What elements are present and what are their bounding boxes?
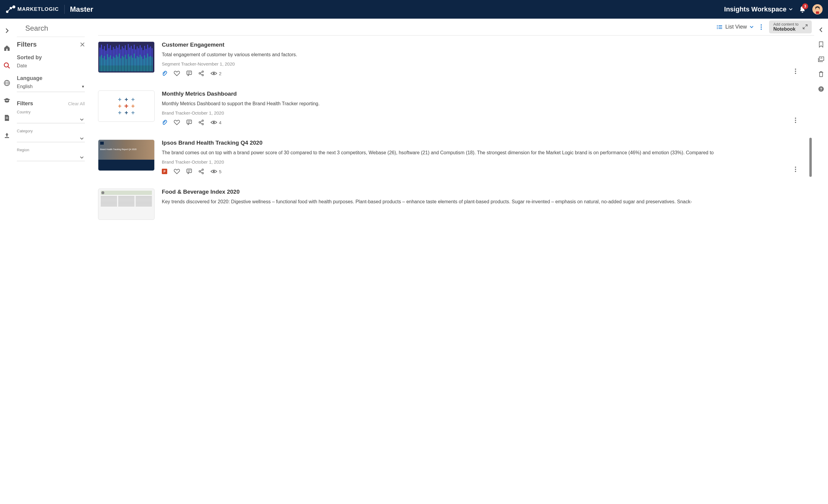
language-select[interactable]: English ▼ [17,84,85,92]
filter-select[interactable] [17,116,85,123]
nav-search[interactable] [3,62,10,69]
result-thumbnail[interactable] [98,42,155,73]
divider [17,37,85,37]
svg-rect-81 [129,56,130,71]
app-name[interactable]: Master [70,5,93,13]
svg-rect-74 [119,53,120,71]
filter-select[interactable] [17,154,85,161]
notification-badge: 3 [802,3,808,9]
svg-rect-92 [146,58,147,72]
expand-rail-button[interactable] [3,27,10,34]
svg-point-131 [795,169,796,170]
svg-point-105 [213,73,215,74]
workspace-dropdown[interactable]: Insights Workspace [724,5,792,13]
result-more-button[interactable] [795,69,796,74]
svg-text:?: ? [820,87,822,91]
right-nav-collections[interactable] [818,56,824,62]
view-toggle[interactable]: List View [717,24,753,30]
svg-point-107 [795,71,796,72]
svg-rect-20 [718,28,722,29]
list-view-icon [717,25,722,29]
share-button[interactable] [199,169,204,174]
result-more-button[interactable] [795,167,796,172]
share-icon [199,120,204,125]
paperclip-icon [162,120,167,125]
result-card: Customer Engagement Total engagement of … [98,42,796,76]
svg-rect-77 [123,57,124,71]
result-thumbnail[interactable]: Brand Health Tracking Report Q4 2020 [98,139,155,171]
nav-home[interactable] [3,44,10,52]
comment-button[interactable] [187,169,192,174]
results-toolbar: List View Add content to Notebook [98,18,814,36]
filters-sub-heading: Filters [17,100,33,107]
close-filters-button[interactable] [80,42,85,47]
svg-point-132 [795,171,796,172]
svg-point-8 [4,63,8,67]
svg-rect-83 [132,58,133,72]
toolbar-more-button[interactable] [759,24,763,30]
nav-document[interactable] [3,114,10,122]
user-avatar[interactable] [812,4,823,14]
notifications-button[interactable]: 3 [799,6,806,13]
share-button[interactable] [199,120,204,125]
like-button[interactable] [174,120,180,125]
filter-country[interactable]: Country [17,110,85,123]
share-button[interactable] [199,71,204,76]
chevron-down-icon [750,26,753,28]
result-description: Monthly Metrics Dashboard to support the… [162,100,796,108]
result-card: Food & Beverage Index 2020 Key trends di… [98,188,796,220]
svg-point-106 [795,69,796,70]
filter-region[interactable]: Region [17,148,85,161]
add-to-notebook-button[interactable]: Add content to Notebook [769,20,812,34]
collapse-right-rail-button[interactable] [819,27,823,33]
clear-all-button[interactable]: Clear All [68,101,85,106]
result-thumbnail[interactable] [98,188,155,220]
right-nav-help[interactable]: ? [818,86,824,92]
logo[interactable]: MARKETLOGIC [5,5,59,13]
like-button[interactable] [174,169,180,174]
svg-line-127 [200,170,202,171]
like-button[interactable] [174,71,180,76]
attachment-button[interactable] [162,71,167,76]
svg-rect-62 [101,55,102,71]
filter-select[interactable] [17,135,85,142]
comment-button[interactable] [187,71,192,76]
nav-globe[interactable] [3,79,10,87]
filter-category[interactable]: Category [17,129,85,142]
chevron-left-icon [819,27,823,33]
right-nav-bookmark[interactable] [819,42,824,47]
nav-education[interactable] [3,97,10,104]
svg-line-104 [200,74,202,75]
chevron-right-icon [5,28,9,33]
result-title[interactable]: Customer Engagement [162,42,796,48]
right-nav-trash[interactable] [818,71,824,77]
kebab-icon [795,69,796,74]
sorted-by-value[interactable]: Date [17,63,85,69]
result-title[interactable]: Monthly Metrics Dashboard [162,90,796,97]
result-title[interactable]: Ipsos Brand Health Tracking Q4 2020 [162,139,796,146]
svg-rect-73 [117,56,118,71]
comment-button[interactable] [187,120,192,125]
document-icon [4,115,10,121]
svg-rect-64 [104,56,105,71]
chevron-down-icon [789,8,792,10]
right-nav-rail: ? [814,18,828,504]
result-thumbnail[interactable]: +++ +++ +++ [98,90,155,122]
result-title[interactable]: Food & Beverage Index 2020 [162,188,796,195]
attachment-button[interactable] [162,120,167,125]
eye-icon [211,169,217,173]
svg-rect-78 [125,55,126,71]
svg-point-130 [795,167,796,168]
scrollbar[interactable] [810,138,812,177]
heart-icon [174,169,180,174]
result-more-button[interactable] [795,118,796,123]
views-count: 5 [219,169,221,174]
nav-upload[interactable] [3,132,10,139]
results-list: Customer Engagement Total engagement of … [98,36,814,504]
svg-point-6 [816,7,819,11]
eye-icon [211,120,217,125]
svg-line-9 [8,67,10,68]
comment-icon [187,71,192,76]
svg-rect-65 [106,59,107,72]
language-label: Language [17,75,85,82]
